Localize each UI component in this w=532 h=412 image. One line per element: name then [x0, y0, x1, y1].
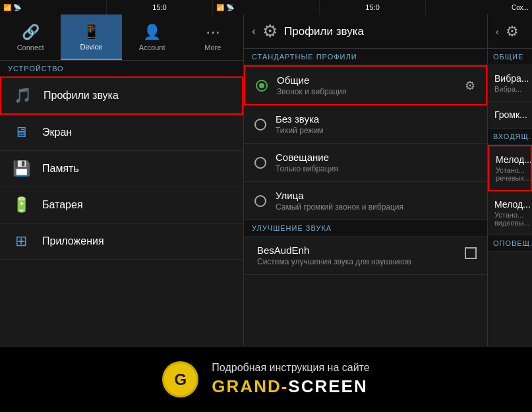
status-bar-left-1: 📶 📡: [0, 0, 107, 15]
radio-meeting: [254, 157, 266, 169]
melody1-name: Мелод...: [496, 154, 524, 165]
melody2-sub: Устано... видеовы...: [494, 211, 525, 227]
bes-checkbox[interactable]: [465, 247, 477, 259]
screen-label: Экран: [42, 127, 72, 138]
panel3-header-icon: ⚙: [506, 23, 519, 40]
besaudenh-item[interactable]: BesAudEnh Система улучшения звука для на…: [244, 237, 487, 275]
profile-silent-text: Без звука Тихий режим: [276, 113, 477, 135]
status-bar-right: Сох...: [426, 0, 532, 15]
profile-general-text: Общие Звонок и вибрация: [277, 74, 456, 96]
sound-label: Профили звука: [44, 90, 119, 102]
panel3-back-arrow[interactable]: ‹: [496, 26, 499, 37]
banner-text-block: Подробная инструкция на сайте GRAND-SCRE…: [212, 362, 369, 397]
panel3-incoming-section: ВХОДЯЩ...: [488, 129, 532, 145]
banner-prefix: GRAND-: [212, 376, 288, 396]
battery-label: Батарея: [42, 199, 83, 211]
panel2-header: ‹ ⚙ Профили звука: [244, 15, 487, 49]
panel3-general-section: ОБЩИЕ: [488, 49, 532, 65]
account-icon: 👤: [143, 24, 161, 41]
enhance-section-header: УЛУЧШЕНИЕ ЗВУКА: [244, 220, 487, 237]
status-bar-center-1: 15:0: [107, 0, 214, 15]
volume-name: Громк...: [494, 109, 525, 120]
panel3-header: ‹ ⚙: [488, 15, 532, 49]
panel3-vibra1[interactable]: Вибра... Вибра...: [488, 65, 532, 102]
panel3-melody2[interactable]: Мелод... Устано... видеовы...: [488, 191, 532, 235]
apps-icon: ⊞: [11, 233, 32, 250]
device-panel: 🔗 Connect 📱 Device 👤 Account ⋯ More УСТР…: [0, 15, 244, 346]
menu-apps[interactable]: ⊞ Приложения: [0, 223, 243, 260]
profile-street[interactable]: Улица Самый громкий звонок и вибрация: [244, 182, 487, 220]
menu-battery[interactable]: 🔋 Батарея: [0, 187, 243, 223]
apps-label: Приложения: [42, 235, 104, 247]
general-gear-icon[interactable]: ⚙: [465, 78, 475, 93]
banner-line1: Подробная инструкция на сайте: [212, 362, 369, 374]
memory-label: Память: [42, 163, 79, 175]
connect-icon: 🔗: [22, 24, 40, 41]
profile-general[interactable]: Общие Звонок и вибрация ⚙: [244, 65, 487, 105]
profile-silent-sub: Тихий режим: [276, 126, 477, 135]
device-section-header: УСТРОЙСТВО: [0, 61, 243, 76]
vibration-panel: ‹ ⚙ ОБЩИЕ Вибра... Вибра... Громк... ВХО…: [488, 15, 532, 346]
vibra1-name: Вибра...: [494, 73, 525, 84]
time-display: 15:0: [152, 3, 166, 11]
time-display-2: 15:0: [365, 3, 379, 11]
tab-connect-label: Connect: [17, 44, 44, 51]
bes-name: BesAudEnh: [257, 245, 458, 256]
sound-profiles-panel: ‹ ⚙ Профили звука СТАНДАРТНЫЕ ПРОФИЛИ Об…: [244, 15, 488, 346]
panel3-volume[interactable]: Громк...: [488, 102, 532, 129]
profile-general-name: Общие: [277, 74, 456, 86]
device-icon: 📱: [82, 23, 100, 40]
battery-icon: 🔋: [11, 196, 32, 214]
tab-more-label: More: [204, 44, 221, 51]
radio-general: [256, 80, 268, 92]
standard-section-header: СТАНДАРТНЫЕ ПРОФИЛИ: [244, 49, 487, 65]
memory-icon: 💾: [11, 160, 32, 177]
radio-silent: [254, 119, 266, 131]
tab-connect[interactable]: 🔗 Connect: [0, 15, 61, 60]
banner-line2: GRAND-SCREEN: [212, 376, 369, 397]
bottom-banner: G Подробная инструкция на сайте GRAND-SC…: [0, 346, 532, 412]
screen-icon: 🖥: [11, 124, 32, 141]
panel3-melody1[interactable]: Мелод... Устано... речевых...: [488, 145, 532, 191]
melody1-sub: Устано... речевых...: [496, 166, 524, 182]
panel2-title: Профили звука: [284, 25, 364, 38]
status-bar-center-2: 15:0: [320, 0, 427, 15]
profile-meeting[interactable]: Совещание Только вибрация: [244, 144, 487, 182]
profile-silent[interactable]: Без звука Тихий режим: [244, 105, 487, 144]
profile-silent-name: Без звука: [276, 113, 477, 125]
tab-device-label: Device: [80, 43, 103, 51]
sound-profile-icon: ⚙: [262, 21, 278, 42]
profile-meeting-text: Совещание Только вибрация: [276, 152, 477, 173]
panel3-notify-section: ОПОВЕЩ...: [488, 235, 532, 252]
tab-account[interactable]: 👤 Account: [122, 15, 183, 60]
radio-street: [254, 195, 266, 207]
profile-meeting-sub: Только вибрация: [276, 164, 477, 173]
menu-sound-profiles[interactable]: 🎵 Профили звука: [0, 76, 243, 115]
bes-sub: Система улучшения звука для наушников: [257, 257, 458, 266]
g-logo: G: [162, 361, 198, 397]
vibra1-sub: Вибра...: [494, 85, 525, 93]
profile-street-text: Улица Самый громкий звонок и вибрация: [276, 190, 477, 212]
menu-memory[interactable]: 💾 Память: [0, 151, 243, 187]
profile-meeting-name: Совещание: [276, 152, 477, 163]
tab-more[interactable]: ⋯ More: [183, 15, 243, 60]
bes-text: BesAudEnh Система улучшения звука для на…: [254, 245, 458, 266]
sound-icon: 🎵: [12, 87, 33, 104]
profile-street-sub: Самый громкий звонок и вибрация: [276, 202, 477, 212]
status-bar-left-2: 📶 📡: [213, 0, 320, 15]
tab-device[interactable]: 📱 Device: [61, 15, 121, 60]
melody2-name: Мелод...: [494, 199, 525, 210]
profile-street-name: Улица: [276, 190, 477, 201]
tab-account-label: Account: [139, 44, 165, 51]
tab-bar: 🔗 Connect 📱 Device 👤 Account ⋯ More: [0, 15, 243, 61]
back-button[interactable]: ‹: [252, 24, 256, 38]
more-icon: ⋯: [206, 24, 220, 41]
menu-screen[interactable]: 🖥 Экран: [0, 115, 243, 151]
banner-suffix: SCREEN: [288, 376, 367, 396]
profile-general-sub: Звонок и вибрация: [277, 87, 456, 96]
